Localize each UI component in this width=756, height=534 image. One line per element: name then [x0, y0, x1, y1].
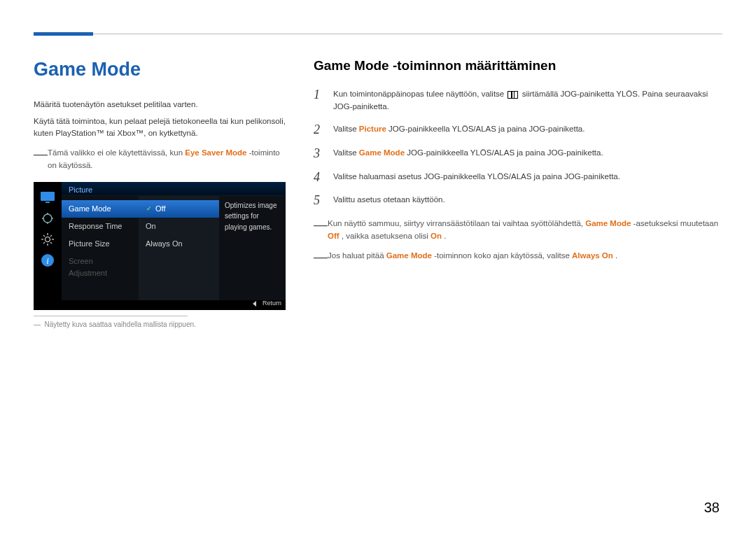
nb-mid: -toiminnon koko ajan käytössä, valitse — [434, 251, 572, 260]
osd-option: On — [139, 218, 219, 235]
step-number: 1 — [314, 88, 321, 102]
step-text: Kun toimintonäppäinopas tulee näyttöön, … — [333, 88, 722, 113]
step-number: 3 — [314, 147, 321, 161]
step-pre: Kun toimintonäppäinopas tulee näyttöön, … — [333, 90, 506, 98]
note-power-off: ― Kun näyttö sammuu, siirtyy virransääst… — [314, 218, 722, 243]
gear-icon — [38, 230, 57, 249]
step-number: 2 — [314, 123, 321, 137]
osd-return: Return — [253, 299, 281, 309]
footnote: ― Näytetty kuva saattaa vaihdella mallis… — [34, 319, 286, 330]
section-title-main: Game Mode — [34, 55, 286, 85]
dash-icon: ― — [34, 150, 43, 175]
note-text: Kun näyttö sammuu, siirtyy virransäästöt… — [328, 218, 722, 243]
osd-nav-icons: i — [34, 182, 62, 310]
left-triangle-icon — [253, 301, 256, 307]
step-row: 5 Valittu asetus otetaan käyttöön. — [314, 194, 722, 208]
menu-box-icon — [507, 91, 518, 99]
columns: Game Mode Määritä tuotenäytön asetukset … — [34, 55, 722, 330]
osd-description: Optimizes image settings for playing gam… — [219, 196, 286, 300]
page: Game Mode Määritä tuotenäytön asetukset … — [0, 0, 756, 330]
osd-screenshot: i Picture Game Mode Response Time Pictur… — [34, 182, 286, 310]
na-b1: Game Mode — [585, 219, 631, 227]
osd-section-label: Picture — [69, 185, 92, 194]
osd-menu-item: Screen Adjustment — [62, 253, 139, 282]
note-eye-saver: ― Tämä valikko ei ole käytettävissä, kun… — [34, 147, 286, 172]
svg-point-3 — [46, 237, 50, 241]
note-bold: Eye Saver Mode — [185, 148, 246, 157]
svg-rect-1 — [46, 202, 50, 203]
na-pre: Kun näyttö sammuu, siirtyy virransäästöt… — [328, 219, 585, 227]
step-list: 1 Kun toimintonäppäinopas tulee näyttöön… — [314, 88, 722, 208]
subsection-title: Game Mode -toiminnon määrittäminen — [314, 55, 722, 76]
nb-pre: Jos haluat pitää — [328, 251, 386, 260]
note-pre: Tämä valikko ei ole käytettävissä, kun — [48, 148, 185, 157]
header-accent — [34, 32, 93, 36]
step-text: Valitse Picture JOG-painikkeella YLÖS/AL… — [333, 123, 584, 136]
step-row: 1 Kun toimintonäppäinopas tulee näyttöön… — [314, 88, 722, 113]
osd-menu-item: Response Time — [62, 218, 139, 235]
osd-options: ✓Off On Always On — [139, 196, 219, 300]
na-mid1: -asetukseksi muutetaan — [634, 219, 718, 227]
step-number: 5 — [314, 194, 321, 208]
step-bold: Game Mode — [359, 148, 405, 157]
osd-option: ✓Off — [139, 200, 219, 218]
page-number: 38 — [704, 497, 720, 519]
nb-b1: Game Mode — [386, 251, 432, 260]
step-row: 4 Valitse haluamasi asetus JOG-painikkee… — [314, 171, 722, 185]
na-end: . — [444, 232, 446, 240]
step-row: 2 Valitse Picture JOG-painikkeella YLÖS/… — [314, 123, 722, 137]
osd-return-label: Return — [262, 300, 281, 307]
dash-icon: ― — [314, 220, 323, 246]
step-bold: Picture — [359, 125, 386, 133]
step-number: 4 — [314, 171, 321, 185]
step-pre: Valitse — [333, 148, 359, 157]
na-b3: On — [430, 232, 442, 240]
nb-end: . — [615, 251, 617, 260]
nb-b2: Always On — [572, 251, 613, 260]
intro-para-1: Määritä tuotenäytön asetukset pelitilaa … — [34, 99, 286, 111]
dash-icon: ― — [34, 321, 43, 328]
step-row: 3 Valitse Game Mode JOG-painikkeella YLÖ… — [314, 147, 722, 161]
right-column: Game Mode -toiminnon määrittäminen 1 Kun… — [314, 55, 722, 330]
na-b2: Off — [328, 232, 340, 240]
check-icon: ✓ — [146, 204, 152, 213]
step-post: JOG-painikkeella YLÖS/ALAS ja paina JOG-… — [388, 125, 584, 133]
header-divider — [34, 34, 722, 34]
osd-section-strip: Picture — [62, 182, 286, 196]
footnote-divider — [34, 316, 188, 316]
svg-point-2 — [43, 214, 52, 223]
footnote-text: Näytetty kuva saattaa vaihdella mallista… — [45, 321, 196, 328]
osd-option-label: Off — [155, 204, 165, 213]
step-text: Valitse Game Mode JOG-painikkeella YLÖS/… — [333, 147, 603, 160]
left-column: Game Mode Määritä tuotenäytön asetukset … — [34, 55, 286, 330]
dash-icon: ― — [314, 253, 323, 265]
osd-menu-item: Picture Size — [62, 235, 139, 253]
osd-menu: Game Mode Response Time Picture Size Scr… — [62, 196, 139, 300]
osd-option: Always On — [139, 235, 219, 253]
radial-icon — [38, 209, 57, 228]
osd-menu-item: Game Mode — [62, 200, 139, 218]
svg-rect-0 — [41, 192, 55, 201]
info-icon: i — [38, 251, 57, 270]
note-text: Jos haluat pitää Game Mode -toiminnon ko… — [328, 250, 617, 262]
step-text: Valitse haluamasi asetus JOG-painikkeell… — [333, 171, 620, 183]
na-mid2: , vaikka asetuksena olisi — [342, 232, 430, 240]
intro-para-2: Käytä tätä toimintoa, kun pelaat pelejä … — [34, 115, 286, 141]
step-text: Valittu asetus otetaan käyttöön. — [333, 194, 445, 206]
svg-text:i: i — [46, 255, 49, 266]
note-always-on: ― Jos haluat pitää Game Mode -toiminnon … — [314, 250, 722, 262]
step-post: JOG-painikkeella YLÖS/ALAS ja paina JOG-… — [407, 148, 603, 157]
monitor-icon — [38, 188, 57, 207]
step-pre: Valitse — [333, 125, 359, 133]
osd-panel: Game Mode Response Time Picture Size Scr… — [62, 196, 286, 300]
note-text: Tämä valikko ei ole käytettävissä, kun E… — [48, 147, 286, 172]
